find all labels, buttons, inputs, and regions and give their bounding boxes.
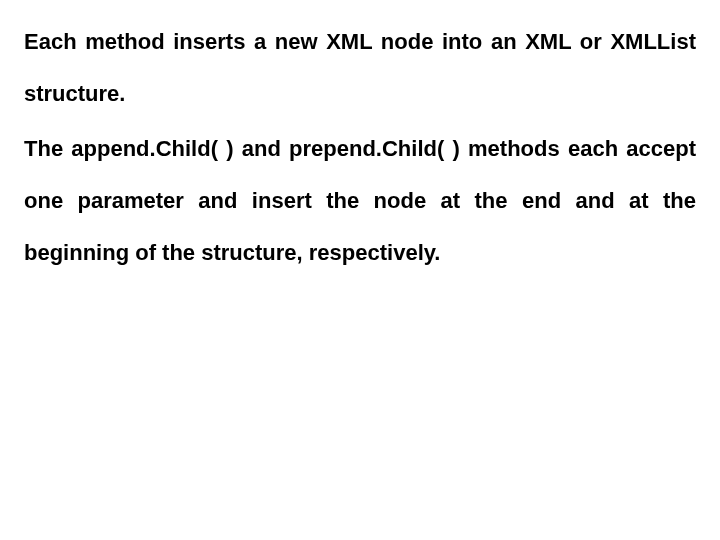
paragraph-2: The append.Child( ) and prepend.Child( )… — [24, 123, 696, 278]
paragraph-1: Each method inserts a new XML node into … — [24, 16, 696, 119]
document-page: Each method inserts a new XML node into … — [0, 0, 720, 540]
